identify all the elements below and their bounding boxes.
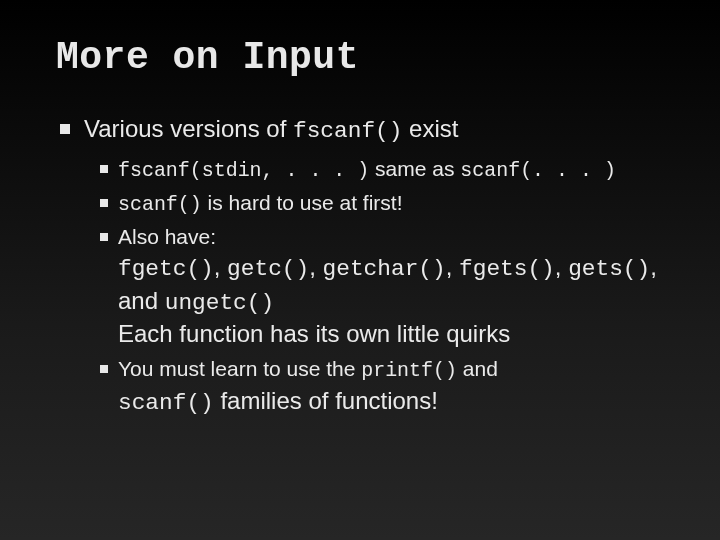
text: exist: [402, 115, 458, 142]
code: fgetc(): [118, 256, 214, 282]
continuation: Each function has its own little quirks: [118, 318, 678, 350]
sep: ,: [309, 253, 322, 280]
slide-title: More on Input: [56, 36, 678, 79]
sep: ,: [446, 253, 459, 280]
sub-bullet-item: fscanf(stdin, . . . ) same as scanf(. . …: [98, 155, 678, 185]
text: same as: [369, 157, 460, 180]
text: You must learn to use the: [118, 357, 361, 380]
code: scanf(): [118, 193, 202, 216]
code: printf(): [361, 359, 457, 382]
bullet-item: Various versions of fscanf() exist fscan…: [58, 113, 678, 419]
code: scanf(. . . ): [460, 159, 616, 182]
continuation: fgetc(), getc(), getchar(), fgets(), get…: [118, 251, 678, 285]
continuation: scanf() families of functions!: [118, 385, 678, 419]
code: ungetc(): [165, 290, 274, 316]
slide: More on Input Various versions of fscanf…: [0, 0, 720, 540]
sub-bullet-item: You must learn to use the printf() and s…: [98, 355, 678, 419]
text: and: [457, 357, 498, 380]
code: getc(): [227, 256, 309, 282]
code: scanf(): [118, 390, 214, 416]
code: fgets(): [459, 256, 555, 282]
text: and: [118, 287, 165, 314]
text: families of functions!: [214, 387, 438, 414]
code: gets(): [568, 256, 650, 282]
text: Various versions of: [84, 115, 293, 142]
sub-bullet-item: scanf() is hard to use at first!: [98, 189, 678, 219]
code: fscanf(): [293, 118, 402, 144]
code: getchar(): [323, 256, 446, 282]
text: Also have:: [118, 225, 216, 248]
continuation: and ungetc(): [118, 285, 678, 319]
sep: ,: [650, 253, 657, 280]
sub-bullet-item: Also have: fgetc(), getc(), getchar(), f…: [98, 223, 678, 351]
sep: ,: [555, 253, 568, 280]
text: is hard to use at first!: [202, 191, 403, 214]
bullet-list: Various versions of fscanf() exist fscan…: [56, 113, 678, 419]
code: fscanf(stdin, . . . ): [118, 159, 369, 182]
sep: ,: [214, 253, 227, 280]
sub-bullet-list: fscanf(stdin, . . . ) same as scanf(. . …: [84, 155, 678, 419]
